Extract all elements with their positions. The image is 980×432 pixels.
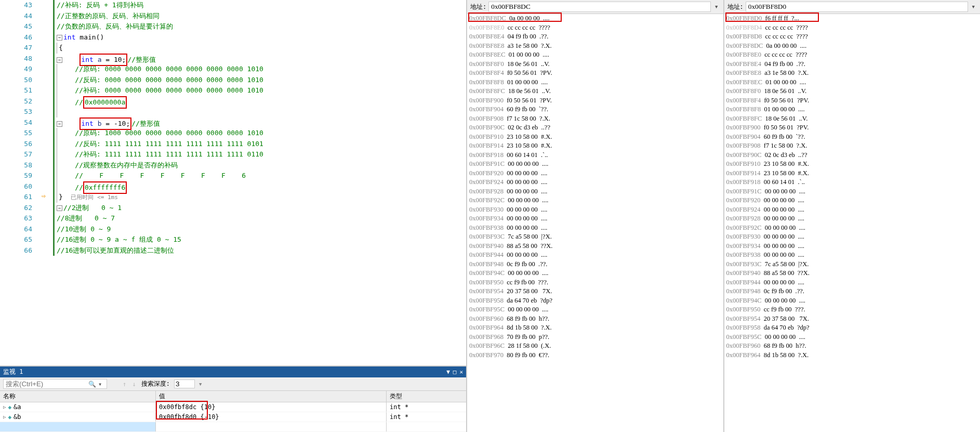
- memory-row[interactable]: 0x00FBF8FC 18 0e 56 01 ..V.: [469, 87, 723, 96]
- code-line[interactable]: //16进制 0 ~ 9 a ~ f 组成 0 ~ 15: [52, 234, 466, 245]
- watch-row[interactable]: ▷◆&b0x00fbf8d0 {-10}int *: [0, 412, 466, 422]
- memory-row[interactable]: 0x00FBF924 00 00 00 00 ....: [726, 205, 981, 215]
- collapse-icon[interactable]: −: [57, 57, 62, 63]
- code-editor[interactable]: 4344454647484950515253545556575859606162…: [0, 0, 466, 365]
- memory-row[interactable]: 0x00FBF8F8 01 00 00 00 ....: [469, 78, 723, 87]
- memory-row[interactable]: 0x00FBF938 00 00 00 00 ....: [469, 224, 723, 233]
- code-line[interactable]: //补码: 0000 0000 0000 0000 0000 0000 0000…: [52, 85, 466, 96]
- memory-row[interactable]: 0x00FBF8F4 f0 50 56 01 ?PV.: [469, 69, 723, 78]
- memory-row[interactable]: 0x00FBF910 23 10 58 00 #.X.: [726, 160, 981, 169]
- memory-row[interactable]: 0x00FBF928 00 00 00 00 ....: [726, 214, 981, 224]
- nav-up-icon[interactable]: ↑: [122, 381, 127, 388]
- memory-row[interactable]: 0x00FBF95C 00 00 00 00 ....: [726, 333, 981, 342]
- memory-row[interactable]: 0x00FBF8EC 01 00 00 00 ....: [726, 78, 981, 87]
- memory-row[interactable]: 0x00FBF94C 00 00 00 00 ....: [726, 296, 981, 306]
- memory-row[interactable]: 0x00FBF918 00 60 14 01 .`..: [726, 178, 981, 187]
- dropdown-icon[interactable]: ▼: [713, 4, 720, 9]
- memory-row[interactable]: 0x00FBF948 0c f9 fb 00 .??.: [469, 260, 723, 269]
- dropdown-icon[interactable]: ▼: [446, 369, 450, 375]
- code-line[interactable]: //0xfffffff6: [52, 181, 466, 192]
- memory-row[interactable]: 0x00FBF910 23 10 58 00 #.X.: [469, 133, 723, 142]
- memory-row[interactable]: 0x00FBF928 00 00 00 00 ....: [469, 187, 723, 197]
- code-line[interactable]: //正整数的原码、反码、补码相同: [52, 11, 466, 22]
- memory-row[interactable]: 0x00FBF960 68 f9 fb 00 h??.: [726, 342, 981, 351]
- memory-row[interactable]: 0x00FBF930 00 00 00 00 ....: [726, 232, 981, 242]
- code-line[interactable]: //负数的原码、反码、补码是要计算的: [52, 21, 466, 32]
- memory-row[interactable]: 0x00FBF90C 02 0c d3 eb ..??: [726, 151, 981, 160]
- code-line[interactable]: −//2进制 0 ~ 1: [52, 203, 466, 214]
- memory-row[interactable]: 0x00FBF964 8d 1b 58 00 ?.X.: [726, 351, 981, 360]
- memory-row[interactable]: 0x00FBF934 00 00 00 00 ....: [469, 214, 723, 224]
- window-icon[interactable]: □: [453, 369, 457, 375]
- code-line[interactable]: − int a = 10;//整形值: [52, 54, 466, 64]
- code-line[interactable]: [52, 107, 466, 117]
- memory-row[interactable]: 0x00FBF8E8 a3 1e 58 00 ?.X.: [469, 42, 723, 51]
- memory-row[interactable]: 0x00FBF904 60 f9 fb 00 `??.: [726, 133, 981, 142]
- watch-col-value-header[interactable]: 值: [156, 391, 387, 402]
- code-line[interactable]: − int b = -10;//整形值: [52, 117, 466, 128]
- search-icon[interactable]: 🔍: [88, 381, 96, 388]
- code-line[interactable]: //原码: 0000 0000 0000 0000 0000 0000 0000…: [52, 64, 466, 75]
- memory-row[interactable]: 0x00FBF918 00 60 14 01 .`..: [469, 151, 723, 160]
- memory-row[interactable]: 0x00FBF944 00 00 00 00 ....: [469, 251, 723, 260]
- collapse-icon[interactable]: −: [57, 205, 62, 211]
- memory-row[interactable]: 0x00FBF954 20 37 58 00 7X.: [726, 315, 981, 324]
- memory-row[interactable]: 0x00FBF8D0 f6 ff ff ff ?...: [726, 14, 981, 23]
- clear-icon[interactable]: ▾: [98, 381, 102, 388]
- nav-down-icon[interactable]: ↓: [131, 381, 137, 388]
- memory-row[interactable]: 0x00FBF938 00 00 00 00 ....: [726, 251, 981, 260]
- memory-row[interactable]: 0x00FBF934 00 00 00 00 ....: [726, 242, 981, 251]
- memory-row[interactable]: 0x00FBF948 0c f9 fb 00 .??.: [726, 287, 981, 296]
- code-line[interactable]: //反码: 0000 0000 0000 0000 0000 0000 0000…: [52, 75, 466, 86]
- memory-row[interactable]: 0x00FBF908 f7 1c 58 00 ?.X.: [469, 114, 723, 124]
- memory-row[interactable]: 0x00FBF8E0 cc cc cc cc ????: [469, 23, 723, 33]
- code-line[interactable]: −int main(): [52, 32, 466, 43]
- memory-row[interactable]: 0x00FBF970 80 f9 fb 00 €??.: [469, 351, 723, 360]
- memory-row[interactable]: 0x00FBF944 00 00 00 00 ....: [726, 278, 981, 287]
- memory-row[interactable]: 0x00FBF8FC 18 0e 56 01 ..V.: [726, 114, 981, 124]
- collapse-icon[interactable]: −: [57, 121, 62, 127]
- code-line[interactable]: {: [52, 43, 466, 54]
- memory-row[interactable]: 0x00FBF8F4 f0 50 56 01 ?PV.: [726, 96, 981, 106]
- expand-icon[interactable]: ▷: [3, 404, 6, 410]
- memory-row[interactable]: 0x00FBF91C 00 00 00 00 ....: [469, 160, 723, 169]
- memory-row[interactable]: 0x00FBF8EC 01 00 00 00 ....: [469, 50, 723, 60]
- memory-row[interactable]: 0x00FBF968 70 f9 fb 00 p??.: [469, 333, 723, 342]
- close-icon[interactable]: ✕: [459, 369, 463, 375]
- memory-row[interactable]: 0x00FBF93C 7c a5 58 00 |?X.: [469, 232, 723, 242]
- memory-row[interactable]: 0x00FBF8E8 a3 1e 58 00 ?.X.: [726, 69, 981, 78]
- watch-row[interactable]: ▷◆&a0x00fbf8dc {10}int *: [0, 402, 466, 412]
- memory-row[interactable]: 0x00FBF930 00 00 00 00 ....: [469, 205, 723, 215]
- memory-row[interactable]: 0x00FBF908 f7 1c 58 00 ?.X.: [726, 141, 981, 151]
- watch-titlebar[interactable]: 监视 1 ▼ □ ✕: [0, 366, 466, 377]
- code-line[interactable]: //0x0000000a: [52, 96, 466, 107]
- watch-col-type-header[interactable]: 类型: [387, 391, 466, 402]
- memory-row[interactable]: 0x00FBF964 8d 1b 58 00 ?.X.: [469, 323, 723, 333]
- code-line[interactable]: //原码: 1000 0000 0000 0000 0000 0000 0000…: [52, 128, 466, 139]
- memory-row[interactable]: 0x00FBF960 68 f9 fb 00 h??.: [469, 315, 723, 324]
- memory-row[interactable]: 0x00FBF950 cc f9 fb 00 ???.: [469, 278, 723, 287]
- watch-new-row[interactable]: [0, 422, 156, 431]
- memory-row[interactable]: 0x00FBF924 00 00 00 00 ....: [469, 178, 723, 187]
- watch-col-name-header[interactable]: 名称: [0, 391, 156, 402]
- depth-dropdown-icon[interactable]: ▼: [199, 382, 202, 387]
- memory-row[interactable]: 0x00FBF92C 00 00 00 00 ....: [726, 224, 981, 233]
- memory-row[interactable]: 0x00FBF920 00 00 00 00 ....: [726, 196, 981, 205]
- memory-row[interactable]: 0x00FBF92C 00 00 00 00 ....: [469, 196, 723, 205]
- memory-row[interactable]: 0x00FBF8D4 cc cc cc cc ????: [726, 23, 981, 33]
- memory-row[interactable]: 0x00FBF940 88 a5 58 00 ??X.: [469, 242, 723, 251]
- memory-row[interactable]: 0x00FBF93C 7c a5 58 00 |?X.: [726, 260, 981, 269]
- memory2-address-input[interactable]: [746, 2, 968, 12]
- code-line[interactable]: //补码: 1111 1111 1111 1111 1111 1111 1111…: [52, 149, 466, 160]
- code-line[interactable]: //16进制可以更加直观的描述二进制位: [52, 245, 466, 256]
- code-line[interactable]: //10进制 0 ~ 9: [52, 224, 466, 235]
- dropdown-icon[interactable]: ▼: [970, 4, 977, 9]
- depth-input[interactable]: [174, 379, 195, 388]
- code-line[interactable]: } 已用时间 <= 1ms: [52, 192, 466, 203]
- memory-row[interactable]: 0x00FBF904 60 f9 fb 00 `??.: [469, 105, 723, 114]
- code-line[interactable]: //补码: 反码 + 1得到补码: [52, 0, 466, 11]
- memory-row[interactable]: 0x00FBF8F0 18 0e 56 01 ..V.: [469, 60, 723, 69]
- memory-row[interactable]: 0x00FBF8E4 04 f9 fb 00 .??.: [726, 60, 981, 69]
- memory-row[interactable]: 0x00FBF8F8 01 00 00 00 ....: [726, 105, 981, 114]
- memory-row[interactable]: 0x00FBF94C 00 00 00 00 ....: [469, 269, 723, 278]
